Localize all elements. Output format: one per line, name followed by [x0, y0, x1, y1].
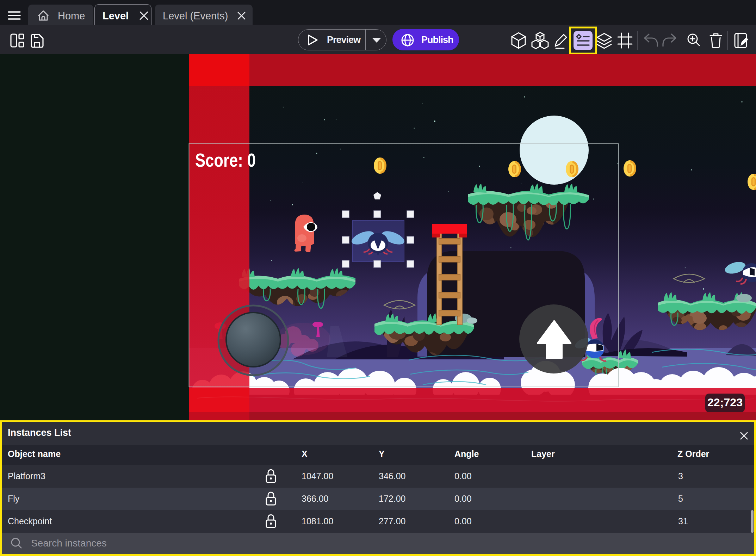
- svg-text:Score: 0: Score: 0: [195, 149, 256, 171]
- svg-text:22;723: 22;723: [707, 396, 743, 409]
